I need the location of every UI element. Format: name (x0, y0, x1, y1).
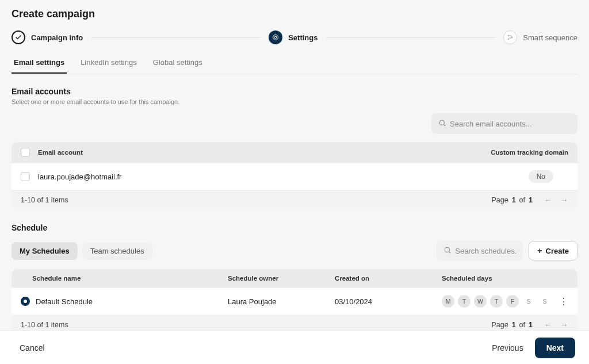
svg-line-6 (444, 124, 446, 126)
create-schedule-button[interactable]: + Create (529, 241, 577, 260)
col-header-owner: Schedule owner (228, 275, 335, 282)
prev-page-icon[interactable]: ← (544, 196, 552, 205)
step-divider (91, 37, 261, 38)
day-chip: F (506, 295, 519, 308)
tab-email-settings[interactable]: Email settings (12, 55, 67, 74)
col-header-domain: Custom tracking domain (491, 149, 568, 156)
step-label: Campaign info (31, 33, 83, 42)
svg-point-0 (273, 35, 278, 40)
settings-tabs: Email settings LinkedIn settings Global … (12, 55, 577, 74)
search-icon (443, 246, 452, 256)
page-of: of (519, 196, 525, 204)
tab-linkedin-settings[interactable]: LinkedIn settings (78, 55, 139, 74)
search-input[interactable] (450, 120, 571, 128)
step-smart-sequence[interactable]: Smart sequence (503, 30, 577, 44)
email-accounts-table: Email account Custom tracking domain lau… (12, 142, 577, 210)
pagination-info: Page 1 of 1 (491, 196, 533, 204)
next-button[interactable]: Next (535, 338, 575, 358)
email-accounts-subtitle: Select one or more email accounts to use… (12, 98, 577, 105)
sequence-icon (503, 30, 517, 44)
table-row[interactable]: Default Schedule Laura Poujade 03/10/202… (12, 288, 577, 315)
svg-point-2 (508, 35, 509, 36)
schedule-owner: Laura Poujade (228, 297, 335, 306)
row-radio[interactable] (21, 297, 30, 306)
day-chip: W (474, 295, 487, 308)
search-email-accounts[interactable] (431, 113, 577, 134)
page-title: Create campaign (12, 8, 577, 20)
search-schedules[interactable] (437, 240, 523, 261)
pagination-count: 1-10 of 1 items (21, 321, 68, 329)
next-page-icon[interactable]: → (560, 320, 568, 329)
svg-point-7 (445, 247, 450, 252)
search-input[interactable] (455, 247, 516, 255)
create-label: Create (546, 247, 569, 255)
col-header-email: Email account (38, 149, 491, 156)
day-chip: T (490, 295, 503, 308)
next-page-icon[interactable]: → (560, 196, 568, 205)
step-settings[interactable]: Settings (269, 30, 318, 44)
footer-bar: Cancel Previous Next (0, 331, 589, 364)
day-chip: T (458, 295, 471, 308)
page-of: of (519, 321, 525, 329)
page-current: 1 (512, 196, 516, 204)
col-header-name: Schedule name (21, 275, 228, 282)
schedule-name: Default Schedule (36, 297, 93, 306)
col-header-days: Scheduled days (442, 275, 551, 282)
scheduled-days: M T W T F S S (442, 295, 551, 308)
cancel-button[interactable]: Cancel (14, 339, 51, 357)
domain-badge: No (529, 170, 553, 183)
check-icon (12, 30, 25, 44)
page-label: Page (491, 196, 508, 204)
svg-line-8 (449, 251, 451, 253)
step-divider (326, 37, 495, 38)
schedule-title: Schedule (12, 223, 577, 232)
col-header-created: Created on (335, 275, 442, 282)
plus-icon: + (537, 246, 542, 255)
page-total: 1 (529, 196, 533, 204)
schedule-created: 03/10/2024 (335, 297, 442, 306)
search-icon (438, 119, 446, 129)
stepper: Campaign info Settings Smart sequence (12, 30, 577, 44)
step-campaign-info[interactable]: Campaign info (12, 30, 83, 44)
step-label: Settings (288, 33, 318, 42)
previous-button[interactable]: Previous (486, 339, 529, 357)
day-chip: S (522, 295, 535, 308)
seg-team-schedules[interactable]: Team schedules (82, 242, 152, 260)
schedule-table: Schedule name Schedule owner Created on … (12, 269, 577, 335)
seg-my-schedules[interactable]: My Schedules (12, 242, 78, 260)
email-cell: laura.poujade@hotmail.fr (38, 173, 529, 181)
table-row[interactable]: laura.poujade@hotmail.fr No (12, 163, 577, 190)
select-all-checkbox[interactable] (21, 148, 30, 157)
svg-point-5 (439, 120, 444, 125)
step-label: Smart sequence (523, 33, 577, 42)
page-total: 1 (529, 321, 533, 329)
tab-global-settings[interactable]: Global settings (151, 55, 205, 74)
day-chip: M (442, 295, 454, 308)
pagination-info: Page 1 of 1 (491, 321, 533, 329)
day-chip: S (538, 295, 551, 308)
target-icon (269, 30, 282, 44)
prev-page-icon[interactable]: ← (544, 320, 552, 329)
page-current: 1 (512, 321, 516, 329)
pagination-count: 1-10 of 1 items (21, 196, 68, 204)
svg-point-4 (508, 39, 509, 40)
svg-point-1 (274, 36, 277, 39)
email-accounts-title: Email accounts (12, 87, 577, 96)
more-icon[interactable]: ⋮ (559, 297, 568, 306)
page-label: Page (491, 321, 508, 329)
row-checkbox[interactable] (21, 172, 30, 181)
